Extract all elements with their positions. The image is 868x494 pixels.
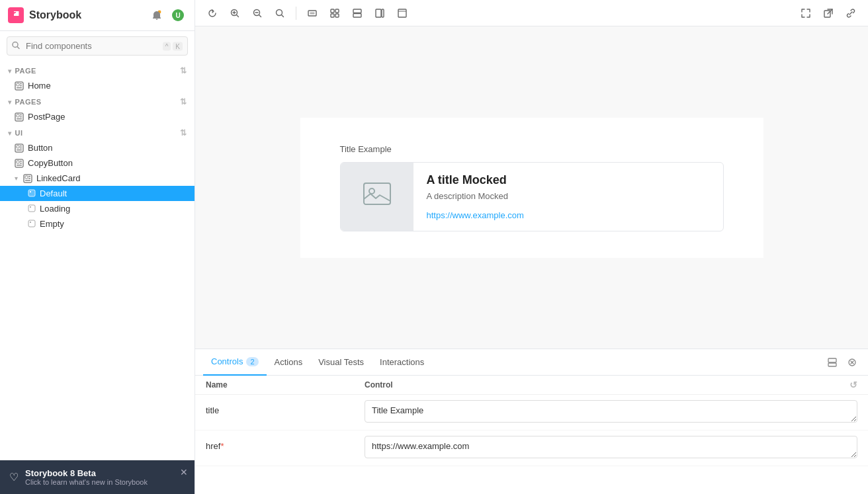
svg-rect-27 (28, 176, 30, 177)
tab-actions[interactable]: Actions (267, 349, 311, 376)
refresh-button[interactable] (203, 4, 222, 22)
svg-rect-21 (17, 161, 19, 163)
zoom-reset-button[interactable] (271, 4, 289, 22)
component-icon (15, 81, 24, 91)
tab-interactions[interactable]: Interactions (372, 349, 432, 376)
story-icon (28, 220, 36, 229)
story-icon (28, 189, 36, 198)
toolbar-left (203, 4, 412, 22)
bottom-panel: Controls 2 Actions Visual Tests Interact… (195, 349, 868, 494)
notification-subtitle: Click to learn what's new in Storybook (25, 478, 185, 486)
svg-rect-8 (20, 85, 22, 87)
chevron-down-icon: ▾ (8, 130, 12, 137)
sidebar-item-button-label: Button (28, 143, 53, 153)
linked-card-image (341, 163, 413, 231)
svg-rect-55 (398, 9, 406, 17)
tree-group-pages-header[interactable]: ▾ PAGES ⇅ (0, 95, 195, 109)
svg-rect-48 (335, 9, 339, 13)
component-icon (15, 112, 24, 122)
svg-rect-14 (17, 118, 22, 120)
chevron-down-icon: ▾ (8, 67, 12, 75)
copy-link-button[interactable] (842, 4, 860, 22)
sidebar-item-linkedcard-default-label: Default (40, 188, 67, 198)
sidebar-item-home[interactable]: Home (0, 78, 195, 93)
svg-rect-18 (20, 147, 22, 149)
tree-group-page-header[interactable]: ▾ PAGE ⇅ (0, 63, 195, 78)
panel-split-icon[interactable] (824, 354, 840, 370)
chevron-down-icon: ▾ (15, 175, 18, 182)
frame-alt-button[interactable] (370, 4, 389, 22)
svg-rect-16 (17, 145, 19, 148)
frame-full-button[interactable] (393, 4, 412, 22)
fullscreen-button[interactable] (797, 4, 815, 22)
linked-card-description: A description Mocked (427, 191, 710, 201)
sidebar-item-linkedcard[interactable]: ▾ LinkedCard (0, 171, 195, 186)
tree-group-ui-label: ▾ UI (8, 129, 23, 137)
frame-fit-button[interactable] (303, 4, 322, 22)
controls-col-control: Control ↺ (365, 380, 857, 390)
controls-col-name: Name (206, 380, 365, 390)
tree-group-pages: ▾ PAGES ⇅ PostPage (0, 95, 195, 124)
component-icon (15, 159, 24, 168)
svg-rect-29 (25, 180, 30, 181)
svg-rect-51 (353, 9, 361, 13)
story-icon (28, 204, 36, 214)
svg-rect-62 (828, 363, 836, 366)
tree-group-ui-header[interactable]: ▾ UI ⇅ (0, 126, 195, 140)
svg-line-39 (237, 15, 239, 17)
svg-rect-12 (20, 114, 22, 116)
sidebar-item-copybutton[interactable]: CopyButton (0, 155, 195, 171)
notification-close-icon[interactable]: ✕ (180, 467, 188, 477)
control-textarea-title[interactable]: Title Example (365, 400, 857, 423)
sidebar-item-linkedcard-default[interactable]: Default (0, 186, 195, 201)
panel-close-icon[interactable] (844, 354, 860, 370)
search-input[interactable] (7, 36, 188, 56)
svg-rect-19 (17, 149, 22, 151)
sidebar-header: Storybook U (0, 0, 195, 31)
control-input-title: Title Example (365, 400, 857, 425)
linked-card-link[interactable]: https://www.example.com (427, 210, 524, 220)
zoom-out-button[interactable] (248, 4, 267, 22)
sidebar-item-copybutton-label: CopyButton (28, 158, 73, 168)
preview-area: Title Example A title Mocked A descripti… (195, 26, 868, 349)
control-row-title: title Title Example (195, 395, 868, 431)
frame-single-button[interactable] (348, 4, 367, 22)
control-textarea-href[interactable]: https://www.example.com (365, 436, 857, 458)
controls-col-control-label: Control (365, 380, 393, 390)
sort-icon: ⇅ (180, 97, 187, 106)
preview-content: Title Example A title Mocked A descripti… (300, 118, 763, 258)
preview-label: Title Example (340, 144, 724, 154)
search-bar: ^ K (7, 36, 188, 56)
sidebar-item-button[interactable]: Button (0, 140, 195, 155)
sidebar-item-postpage[interactable]: PostPage (0, 109, 195, 124)
tab-visual-tests[interactable]: Visual Tests (310, 349, 372, 376)
component-icon (15, 144, 24, 153)
svg-rect-33 (30, 206, 31, 208)
sidebar-item-linkedcard-loading[interactable]: Loading (0, 201, 195, 216)
svg-rect-34 (28, 220, 35, 227)
svg-rect-7 (20, 83, 22, 85)
profile-icon[interactable]: U (169, 7, 187, 24)
svg-rect-11 (17, 114, 19, 117)
tab-controls[interactable]: Controls 2 (203, 349, 267, 376)
svg-rect-52 (353, 13, 361, 17)
notification-icon[interactable] (148, 7, 165, 24)
sidebar-item-linkedcard-empty[interactable]: Empty (0, 216, 195, 231)
frame-grid-button[interactable] (326, 4, 344, 22)
search-icon (12, 41, 20, 51)
sidebar-item-linkedcard-empty-label: Empty (40, 219, 64, 229)
sidebar-notification[interactable]: ♡ Storybook 8 Beta Click to learn what's… (0, 460, 195, 494)
tree-group-page: ▾ PAGE ⇅ Home (0, 63, 195, 93)
required-indicator: * (220, 441, 224, 451)
zoom-in-button[interactable] (226, 4, 244, 22)
sidebar-header-icons: U (148, 7, 187, 24)
tab-visual-tests-label: Visual Tests (318, 357, 364, 367)
reset-controls-icon[interactable]: ↺ (849, 380, 857, 390)
svg-rect-26 (25, 176, 28, 179)
svg-rect-53 (376, 9, 381, 17)
svg-rect-22 (20, 161, 22, 162)
svg-line-44 (282, 15, 284, 17)
svg-rect-50 (335, 14, 339, 17)
open-external-button[interactable] (819, 4, 838, 22)
control-name-href: href* (206, 436, 365, 451)
